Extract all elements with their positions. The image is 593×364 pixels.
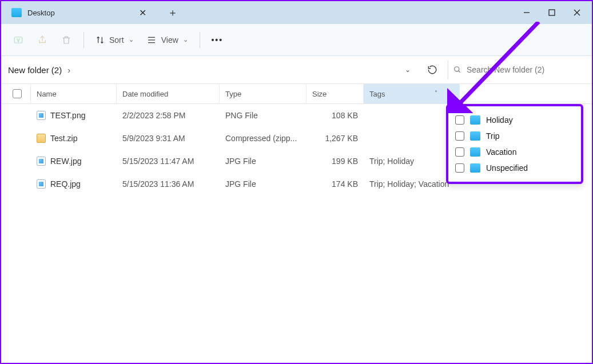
toolbar-separator [83, 32, 84, 48]
search-input[interactable] [448, 60, 585, 79]
tag-color-icon [470, 147, 480, 157]
column-header-size[interactable]: Size [307, 84, 364, 103]
file-type: JPG File [220, 157, 307, 166]
image-file-icon [37, 111, 46, 120]
file-size: 174 KB [307, 179, 364, 189]
tag-color-icon [470, 131, 480, 141]
column-header-date[interactable]: Date modified [117, 84, 220, 103]
tag-color-icon [470, 163, 480, 173]
file-date: 5/9/2023 9:31 AM [117, 134, 220, 143]
file-type: JPG File [220, 179, 307, 189]
column-header-row: Name Date modified Type Size Tags ˄ ⌄ [1, 83, 592, 104]
checkbox[interactable] [455, 115, 464, 125]
tag-filter-label: Unspecified [486, 163, 528, 173]
folder-icon [11, 8, 22, 17]
tag-filter-option[interactable]: Vacation [455, 144, 574, 160]
file-date: 5/15/2023 11:36 AM [117, 179, 220, 189]
file-size: 108 KB [307, 111, 364, 120]
sort-label: Sort [109, 35, 124, 45]
image-file-icon [37, 157, 46, 166]
chevron-down-icon: ⌄ [183, 36, 188, 43]
refresh-button[interactable] [423, 60, 442, 79]
address-search-row: New folder (2) › ⌄ [1, 56, 592, 83]
checkbox[interactable] [455, 163, 464, 173]
checkbox[interactable] [455, 147, 464, 157]
window-minimize-button[interactable] [514, 1, 539, 24]
tags-filter-popup: Holiday Trip Vacation Unspecified [446, 104, 583, 184]
titlebar: Desktop ✕ ＋ [1, 1, 592, 24]
view-label: View [161, 35, 178, 45]
column-header-name[interactable]: Name [31, 84, 117, 103]
tag-filter-option[interactable]: Unspecified [455, 160, 574, 176]
delete-button[interactable] [55, 30, 78, 50]
window-maximize-button[interactable] [539, 1, 564, 24]
toolbar: Sort ⌄ View ⌄ ••• [1, 24, 592, 56]
checkbox[interactable] [455, 131, 464, 141]
window-close-button[interactable] [564, 1, 590, 24]
file-name: Test.zip [50, 134, 77, 143]
file-list: TEST.png 2/2/2023 2:58 PM PNG File 108 K… [1, 104, 592, 363]
file-size: 199 KB [307, 157, 364, 166]
view-button[interactable]: View ⌄ [141, 30, 194, 50]
tag-color-icon [470, 115, 480, 125]
column-header-tags[interactable]: Tags ˄ ⌄ [364, 84, 460, 103]
tab-desktop[interactable]: Desktop ✕ [1, 1, 161, 24]
column-header-type[interactable]: Type [220, 84, 307, 103]
svg-rect-1 [549, 10, 555, 15]
tag-filter-label: Trip [486, 131, 500, 141]
file-name: REQ.jpg [50, 179, 81, 189]
file-date: 2/2/2023 2:58 PM [117, 111, 220, 120]
share-button[interactable] [31, 30, 54, 50]
file-name: TEST.png [50, 111, 85, 120]
chevron-right-icon: › [67, 65, 70, 75]
recent-locations-button[interactable]: ⌄ [399, 66, 417, 74]
search-icon [453, 66, 461, 74]
file-size: 1,267 KB [307, 134, 364, 143]
search-box[interactable] [448, 60, 585, 79]
file-type: Compressed (zipp... [220, 134, 307, 143]
zip-file-icon [37, 134, 46, 143]
select-all-checkbox[interactable] [1, 84, 31, 103]
file-type: PNG File [220, 111, 307, 120]
svg-line-9 [459, 71, 460, 73]
breadcrumb[interactable]: New folder (2) › [8, 65, 393, 75]
sort-asc-icon: ˄ [435, 90, 437, 96]
breadcrumb-segment[interactable]: New folder (2) [8, 65, 62, 75]
tag-filter-option[interactable]: Trip [455, 128, 574, 144]
new-tab-button[interactable]: ＋ [161, 1, 184, 24]
svg-point-8 [455, 67, 459, 71]
file-name: REW.jpg [50, 157, 81, 166]
tag-filter-option[interactable]: Holiday [455, 112, 574, 128]
more-button[interactable]: ••• [206, 30, 229, 50]
toolbar-separator [200, 32, 200, 48]
sort-button[interactable]: Sort ⌄ [90, 30, 140, 50]
image-file-icon [37, 179, 46, 189]
rename-button[interactable] [7, 30, 30, 50]
chevron-down-icon: ⌄ [129, 36, 134, 43]
filter-dropdown-icon[interactable]: ⌄ [449, 90, 455, 98]
file-date: 5/15/2023 11:47 AM [117, 157, 220, 166]
tab-title: Desktop [27, 9, 55, 17]
tab-close-button[interactable]: ✕ [135, 5, 151, 21]
tag-filter-label: Holiday [486, 115, 513, 125]
tag-filter-label: Vacation [486, 147, 516, 157]
